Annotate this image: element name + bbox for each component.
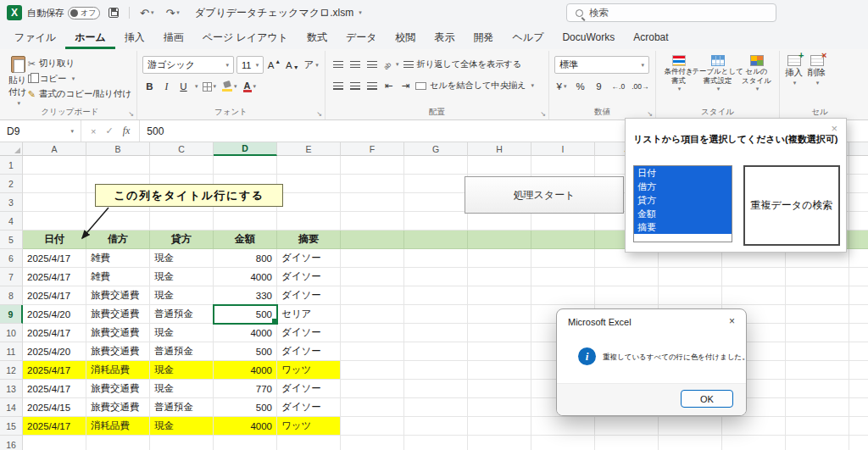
font-color-button[interactable]: A▾ xyxy=(242,78,258,95)
font-size-select[interactable]: 11▾ xyxy=(236,56,264,74)
cell[interactable] xyxy=(86,156,150,175)
column-header[interactable]: H xyxy=(468,142,531,156)
cell-note[interactable]: ダイソー xyxy=(277,380,341,398)
cell-note[interactable]: ダイソー xyxy=(277,398,341,417)
cell-note[interactable]: ダイソー xyxy=(277,249,341,268)
cell-date[interactable]: 2025/4/17 xyxy=(23,268,86,286)
enter-icon[interactable]: ✓ xyxy=(105,125,113,136)
ribbon-tab[interactable]: 開発 xyxy=(465,25,504,49)
cell-note[interactable]: ダイソー xyxy=(277,324,341,342)
cell[interactable] xyxy=(849,231,868,249)
ribbon-tab[interactable]: 描画 xyxy=(154,25,193,49)
orientation-button[interactable]: ab▾ xyxy=(381,56,401,73)
cell-credit[interactable]: 現金 xyxy=(150,380,214,398)
cell[interactable] xyxy=(595,286,659,305)
cell[interactable] xyxy=(849,286,868,305)
increase-decimal-button[interactable]: ←.0 xyxy=(610,78,626,95)
cell-date[interactable]: 2025/4/20 xyxy=(23,305,86,324)
cell[interactable] xyxy=(404,231,468,249)
cell-debit[interactable]: 雑費 xyxy=(86,249,150,268)
cell[interactable] xyxy=(659,286,722,305)
cell[interactable] xyxy=(404,268,468,286)
cell-note[interactable]: ワッツ xyxy=(277,417,341,436)
name-box[interactable]: D9▾ xyxy=(0,120,81,142)
cell[interactable] xyxy=(214,156,277,175)
cell[interactable] xyxy=(404,380,468,398)
column-header[interactable]: B xyxy=(86,142,150,156)
msgbox-close-icon[interactable]: × xyxy=(729,315,735,327)
merge-center-button[interactable]: セルを結合して中央揃え▾ xyxy=(415,80,534,92)
cell[interactable] xyxy=(404,249,468,268)
cell[interactable] xyxy=(341,436,404,450)
cell[interactable] xyxy=(659,268,722,286)
cell[interactable] xyxy=(277,193,341,212)
cell[interactable] xyxy=(277,212,341,231)
ribbon-tab[interactable]: ファイル xyxy=(5,25,65,49)
cell[interactable] xyxy=(849,175,868,193)
ok-button[interactable]: OK xyxy=(681,390,733,408)
cell[interactable] xyxy=(468,361,531,380)
cell[interactable] xyxy=(404,286,468,305)
decrease-font-button[interactable]: A▼ xyxy=(285,57,300,74)
cell[interactable] xyxy=(849,436,868,450)
cell-debit[interactable]: 旅費交通費 xyxy=(86,324,150,342)
cell-debit[interactable]: 旅費交通費 xyxy=(86,342,150,361)
ribbon-tab[interactable]: 表示 xyxy=(426,25,465,49)
cell-amount[interactable]: 4000 xyxy=(214,361,277,380)
cell-credit[interactable]: 現金 xyxy=(150,268,214,286)
cell[interactable] xyxy=(468,398,531,417)
cell[interactable] xyxy=(341,361,404,380)
cell-date[interactable]: 2025/4/20 xyxy=(23,342,86,361)
cell-debit[interactable]: 雑費 xyxy=(86,268,150,286)
listbox-item[interactable]: 貸方 xyxy=(634,193,732,207)
cell[interactable] xyxy=(23,156,86,175)
cut-button[interactable]: ✂切り取り xyxy=(28,58,131,69)
cell-credit[interactable] xyxy=(150,436,214,450)
cell-note[interactable] xyxy=(277,436,341,450)
field-listbox[interactable]: 日付 借方 貸方 金額 摘要 xyxy=(633,165,732,242)
bold-button[interactable]: B xyxy=(142,78,157,95)
select-all-corner[interactable] xyxy=(0,142,23,156)
align-top-button[interactable] xyxy=(331,56,345,73)
cell-amount[interactable]: 4000 xyxy=(214,324,277,342)
cell[interactable] xyxy=(468,212,531,231)
cell-note[interactable]: セリア xyxy=(277,305,341,324)
cell[interactable] xyxy=(849,361,868,380)
format-painter-button[interactable]: ✎書式のコピー/貼り付け xyxy=(28,88,131,100)
cell-date[interactable]: 2025/4/17 xyxy=(23,417,86,436)
cell-amount[interactable] xyxy=(214,436,277,450)
cell[interactable] xyxy=(531,231,595,249)
row-header[interactable]: 1 xyxy=(0,156,23,175)
row-header[interactable]: 15 xyxy=(0,417,23,436)
increase-indent-button[interactable]: ⇥ xyxy=(398,77,413,94)
cell-credit[interactable]: 普通預金 xyxy=(150,342,214,361)
save-button[interactable] xyxy=(105,8,122,18)
cell[interactable] xyxy=(468,417,531,436)
row-header[interactable]: 5 xyxy=(0,231,23,249)
decrease-indent-button[interactable]: ⇤ xyxy=(381,77,396,94)
cell[interactable] xyxy=(341,324,404,342)
paste-button[interactable]: 貼り付け ▾ xyxy=(8,53,28,107)
cell[interactable] xyxy=(531,436,595,450)
cell[interactable] xyxy=(786,417,849,436)
cell[interactable] xyxy=(404,361,468,380)
cell-credit[interactable]: 普通預金 xyxy=(150,398,214,417)
cell-debit[interactable]: 消耗品費 xyxy=(86,361,150,380)
copy-button[interactable]: コピー▾ xyxy=(28,73,131,85)
row-header[interactable]: 14 xyxy=(0,398,23,417)
cancel-icon[interactable]: × xyxy=(91,126,96,136)
row-header[interactable]: 11 xyxy=(0,342,23,361)
cell[interactable] xyxy=(849,156,868,175)
alignment-dialog-launcher[interactable]: ↘ xyxy=(540,110,546,118)
cell[interactable] xyxy=(468,268,531,286)
cell[interactable] xyxy=(404,436,468,450)
cell[interactable] xyxy=(786,286,849,305)
cell-date[interactable]: 2025/4/15 xyxy=(23,398,86,417)
document-title[interactable]: ダブりデータチェックマクロ.xlsm▾ xyxy=(195,6,362,20)
ribbon-tab[interactable]: ヘルプ xyxy=(504,25,554,49)
cell[interactable] xyxy=(341,193,404,212)
font-dialog-launcher[interactable]: ↘ xyxy=(316,110,322,118)
header-cell-credit[interactable]: 貸方 xyxy=(150,231,214,249)
cell[interactable] xyxy=(849,268,868,286)
cell[interactable] xyxy=(341,175,404,193)
